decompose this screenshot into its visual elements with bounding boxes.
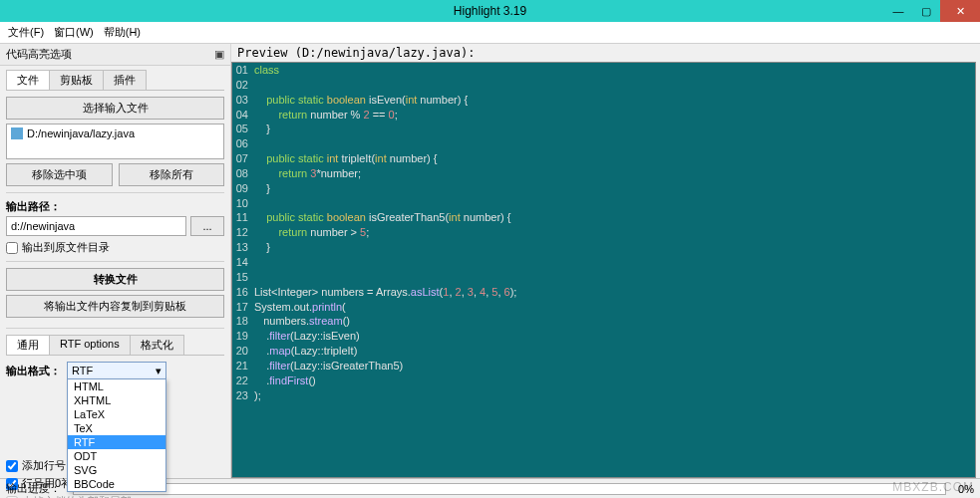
file-icon xyxy=(11,127,23,139)
dropdown-option[interactable]: TeX xyxy=(68,421,165,435)
preview-label: Preview (D:/newinjava/lazy.java): xyxy=(231,44,980,62)
menu-window[interactable]: 窗口(W) xyxy=(50,23,98,42)
input-tabs: 文件 剪贴板 插件 xyxy=(6,70,224,91)
output-format-label: 输出格式： xyxy=(6,364,61,378)
output-format-select[interactable]: RTF ▾ xyxy=(67,362,166,379)
dropdown-option[interactable]: LaTeX xyxy=(68,407,165,421)
preview-pane: Preview (D:/newinjava/lazy.java): 01clas… xyxy=(231,44,980,478)
tab-file[interactable]: 文件 xyxy=(6,70,50,90)
tab-plugin[interactable]: 插件 xyxy=(103,70,147,90)
tab-format[interactable]: 格式化 xyxy=(130,335,184,355)
output-format-dropdown[interactable]: HTMLXHTMLLaTeXTeXRTFODTSVGBBCode xyxy=(67,378,166,492)
tab-general[interactable]: 通用 xyxy=(6,335,50,355)
menu-file[interactable]: 文件(F) xyxy=(4,23,48,42)
chk-linenum[interactable] xyxy=(6,460,18,472)
input-file-list[interactable]: D:/newinjava/lazy.java xyxy=(6,124,224,159)
select-input-button[interactable]: 选择输入文件 xyxy=(6,97,224,120)
side-panel: 代码高亮选项 ▣ 文件 剪贴板 插件 选择输入文件 D:/newinjava/l… xyxy=(0,44,231,478)
progress-bar xyxy=(73,483,946,495)
side-panel-title: 代码高亮选项 xyxy=(6,47,72,62)
code-preview[interactable]: 01class0203 public static boolean isEven… xyxy=(231,62,976,478)
remove-all-button[interactable]: 移除所有 xyxy=(119,163,225,186)
tab-clipboard[interactable]: 剪贴板 xyxy=(49,70,104,90)
output-path-label: 输出路径： xyxy=(6,199,224,214)
remove-selected-button[interactable]: 移除选中项 xyxy=(6,163,113,186)
undock-icon[interactable]: ▣ xyxy=(214,48,224,61)
dropdown-option[interactable]: BBCode xyxy=(68,477,165,491)
tab-rtf-options[interactable]: RTF options xyxy=(49,335,131,355)
close-button[interactable]: ✕ xyxy=(940,0,980,22)
dropdown-option[interactable]: RTF xyxy=(68,435,165,449)
dropdown-option[interactable]: XHTML xyxy=(68,393,165,407)
watermark: MBXZB.COM xyxy=(892,480,974,494)
window-controls: — ▢ ✕ xyxy=(884,0,980,22)
copy-clipboard-button[interactable]: 将输出文件内容复制到剪贴板 xyxy=(6,295,224,318)
output-path-input[interactable] xyxy=(6,216,186,236)
dropdown-option[interactable]: SVG xyxy=(68,463,165,477)
title-bar: Highlight 3.19 — ▢ ✕ xyxy=(0,0,980,22)
minimize-button[interactable]: — xyxy=(884,0,912,22)
maximize-button[interactable]: ▢ xyxy=(912,0,940,22)
browse-button[interactable]: ... xyxy=(190,216,224,236)
dropdown-option[interactable]: ODT xyxy=(68,449,165,463)
convert-button[interactable]: 转换文件 xyxy=(6,268,224,291)
menu-bar: 文件(F) 窗口(W) 帮助(H) xyxy=(0,22,980,44)
dropdown-option[interactable]: HTML xyxy=(68,379,165,393)
side-panel-header: 代码高亮选项 ▣ xyxy=(0,44,230,66)
input-file-item[interactable]: D:/newinjava/lazy.java xyxy=(27,127,135,139)
chk-output-src[interactable] xyxy=(6,242,18,254)
chevron-down-icon: ▾ xyxy=(156,365,162,377)
options-tabs: 通用 RTF options 格式化 xyxy=(6,335,224,356)
window-title: Highlight 3.19 xyxy=(0,4,980,18)
menu-help[interactable]: 帮助(H) xyxy=(100,23,145,42)
progress-label: 输出进度： xyxy=(6,481,61,496)
